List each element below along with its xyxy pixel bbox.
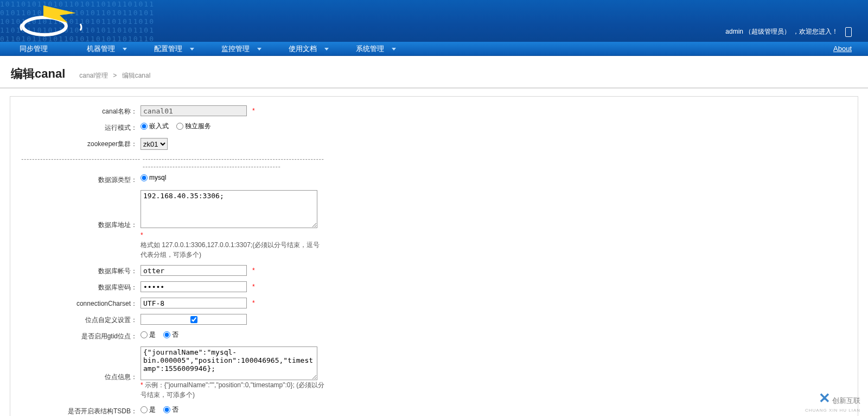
- app-logo: [16, 2, 87, 37]
- textarea-db-addr[interactable]: 192.168.40.35:3306;: [141, 190, 317, 228]
- separator-row: ----------------------------------------…: [21, 155, 847, 171]
- checkbox-pos-custom[interactable]: [190, 316, 197, 323]
- app-header: 10110101101011010110101101011 0101101011…: [0, 0, 868, 42]
- watermark: ✕创新互联 CHUANG XIN HU LIAN: [805, 390, 860, 413]
- breadcrumb: canal管理 > 编辑canal: [79, 71, 150, 82]
- breadcrumb-current: 编辑canal: [122, 72, 151, 79]
- hint-pos-info: 示例：{"journalName":"","position":0,"times…: [141, 381, 324, 399]
- form-panel: canal名称： * 运行模式： 嵌入式 独立服务 zookeeper集群： z…: [10, 96, 858, 416]
- radio-ds-mysql[interactable]: [141, 174, 148, 181]
- nav-machine[interactable]: 机器管理: [67, 42, 135, 56]
- label-run-mode: 运行模式：: [21, 122, 141, 133]
- radio-runmode-embedded[interactable]: [141, 123, 148, 130]
- label-canal-name: canal名称：: [21, 105, 141, 116]
- label-tsdb: 是否开启表结构TSDB：: [21, 405, 141, 416]
- label-db-addr: 数据库地址：: [21, 190, 141, 230]
- label-db-pass: 数据库密码：: [21, 281, 141, 292]
- breadcrumb-parent[interactable]: canal管理: [79, 72, 108, 79]
- nav-config[interactable]: 配置管理: [135, 42, 202, 56]
- select-zookeeper[interactable]: zk01: [141, 138, 168, 150]
- nav-system[interactable]: 系统管理: [336, 42, 404, 56]
- pos-custom-box: [141, 314, 247, 325]
- textarea-pos-info[interactable]: {"journalName":"mysql-bin.000005","posit…: [141, 346, 317, 380]
- hint-db-addr: 格式如 127.0.0.1:3306,127.0.0.1:3307;(必须以分号…: [141, 240, 325, 260]
- user-welcome: ，欢迎您进入！: [793, 28, 838, 35]
- main-nav: 同步管理 机器管理 配置管理 监控管理 使用文档 系统管理 About: [0, 42, 868, 56]
- radio-gtid-yes[interactable]: [141, 331, 148, 338]
- required-mark: *: [252, 281, 255, 291]
- mobile-icon[interactable]: [845, 27, 852, 37]
- nav-monitor[interactable]: 监控管理: [202, 42, 269, 56]
- user-role: （超级管理员）: [745, 28, 790, 35]
- label-pos-custom: 位点自定义设置：: [21, 314, 141, 325]
- nav-about[interactable]: About: [833, 42, 852, 56]
- nav-sync[interactable]: 同步管理: [0, 42, 67, 56]
- svg-marker-1: [43, 5, 76, 23]
- input-db-pass[interactable]: [141, 281, 247, 292]
- nav-docs[interactable]: 使用文档: [269, 42, 336, 56]
- label-zookeeper: zookeeper集群：: [21, 138, 141, 149]
- label-ds-type: 数据源类型：: [21, 174, 141, 185]
- required-mark: *: [252, 298, 255, 307]
- user-name: admin: [725, 28, 743, 35]
- breadcrumb-sep: >: [113, 72, 117, 79]
- label-db-user: 数据库帐号：: [21, 265, 141, 276]
- radio-runmode-standalone[interactable]: [176, 123, 183, 130]
- input-canal-name: [141, 105, 247, 116]
- radio-tsdb-yes[interactable]: [141, 406, 148, 413]
- label-charset: connectionCharset：: [21, 298, 141, 308]
- user-info: admin （超级管理员） ，欢迎您进入！: [725, 27, 852, 37]
- title-area: 编辑canal canal管理 > 编辑canal: [0, 56, 868, 89]
- required-mark: *: [252, 265, 255, 274]
- radio-tsdb-no[interactable]: [163, 406, 170, 413]
- radio-gtid-no[interactable]: [163, 331, 170, 338]
- required-mark: *: [252, 105, 255, 115]
- input-db-user[interactable]: [141, 265, 247, 276]
- page-title: 编辑canal: [11, 66, 65, 82]
- label-pos-info: 位点信息：: [21, 346, 141, 382]
- input-charset[interactable]: [141, 298, 247, 308]
- label-gtid: 是否启用gtid位点：: [21, 330, 141, 341]
